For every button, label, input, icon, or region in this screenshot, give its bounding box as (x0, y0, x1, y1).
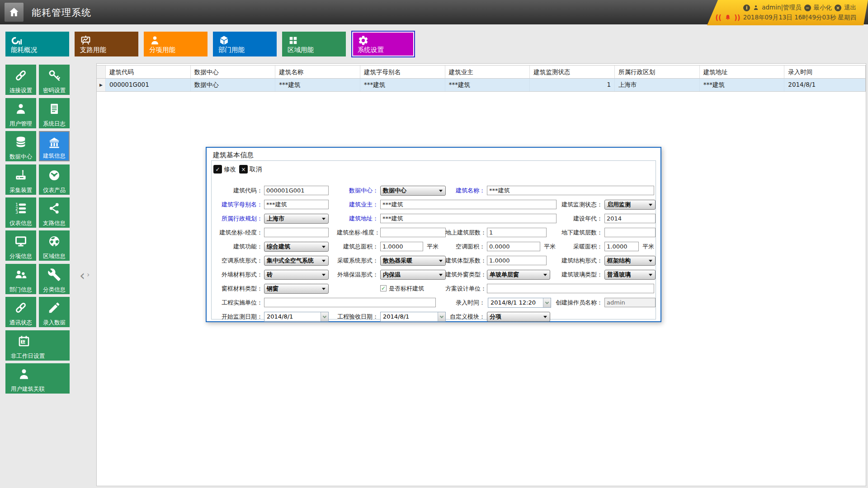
latitude-input[interactable] (380, 228, 446, 237)
entry-time-picker[interactable]: 2014/8/1 12:20 (488, 298, 551, 308)
building-basic-info-dialog: 建筑基本信息 ✓ 修改 × 取消 建筑代码： 数据中心： 数据中心 建筑名称： … (206, 147, 661, 322)
building-code-input[interactable] (264, 186, 329, 195)
region-label: 所属行政规划： (210, 214, 263, 224)
function-select[interactable]: 综合建筑 (264, 242, 329, 252)
benchmark-checkbox[interactable]: ✓ (380, 285, 387, 291)
grid-icon (288, 35, 299, 46)
sidebar-item-user-building-link[interactable]: 用户建筑关联 (5, 363, 70, 394)
sidebar-item-password-settings[interactable]: 密码设置 (39, 65, 70, 95)
total-area-input[interactable] (380, 242, 423, 251)
logout-icon[interactable]: × (835, 5, 841, 11)
dropdown-button[interactable] (543, 298, 551, 307)
modify-button-label[interactable]: 修改 (224, 165, 236, 174)
current-user[interactable]: admin|管理员 (762, 4, 801, 12)
sidebar-item-data-center[interactable]: 数据中心 (5, 131, 36, 161)
wall-material-select[interactable]: 砖 (264, 270, 329, 280)
building-alias-input[interactable] (264, 200, 329, 209)
sidebar-item-collector-device[interactable]: 采集装置 (5, 164, 36, 195)
home-icon (8, 6, 20, 18)
document-icon (47, 102, 61, 116)
sidebar-item-meter-product[interactable]: 仪表产品 (39, 164, 70, 195)
column-header[interactable]: 建筑字母别名 (360, 66, 445, 78)
sidebar-item-data-entry[interactable]: 录入数据 (39, 297, 70, 327)
longitude-input[interactable] (264, 228, 329, 237)
minimize-icon[interactable]: − (804, 5, 811, 11)
glass-type-select[interactable]: 普通玻璃 (604, 270, 656, 280)
design-unit-input[interactable] (487, 284, 654, 293)
creator-label: 创建操作员名称： (555, 298, 603, 308)
window-type-select[interactable]: 单玻单层窗 (487, 270, 550, 280)
floors-above-input[interactable] (487, 228, 547, 237)
column-header[interactable]: 建筑代码 (106, 66, 191, 78)
frame-material-select[interactable]: 钢窗 (264, 284, 329, 294)
column-header[interactable]: 数据中心 (191, 66, 276, 78)
column-header[interactable]: 所属行政区划 (615, 66, 700, 78)
sidebar-item-department-info[interactable]: 部门信息 (5, 264, 36, 294)
region-select[interactable]: 上海市 (264, 214, 329, 224)
ac-area-label: 空调面积： (445, 242, 485, 252)
nav-branch-energy[interactable]: 支路用能 (75, 32, 138, 56)
modify-button[interactable]: ✓ (213, 165, 222, 174)
table-row[interactable]: ▶ 000001G001 数据中心 ***建筑 ***建筑 ***建筑 1 上海… (97, 79, 865, 91)
logout-button[interactable]: 退出 (844, 4, 856, 12)
alarm-bell-icon[interactable] (724, 14, 731, 21)
sidebar-item-building-info[interactable]: 建筑信息 (39, 131, 70, 161)
floors-below-input[interactable] (604, 228, 656, 237)
dialog-inner-panel (211, 160, 656, 319)
sidebar-collapse-handle[interactable]: ‹ › (80, 269, 93, 283)
monitor-start-date-picker[interactable]: 2014/8/1 (264, 312, 329, 322)
cancel-button-label[interactable]: 取消 (250, 165, 262, 174)
heating-system-select[interactable]: 散热器采暖 (380, 256, 446, 266)
build-year-input[interactable] (604, 214, 656, 223)
sidebar-item-connection-settings[interactable]: 连接设置 (5, 65, 36, 95)
monitor-status-select[interactable]: 启用监测 (604, 200, 656, 210)
building-owner-input[interactable] (380, 200, 557, 209)
sidebar-item-area-info[interactable]: 区域信息 (39, 230, 70, 261)
home-button[interactable] (5, 3, 24, 22)
ac-area-unit: 平米 (544, 242, 556, 252)
sidebar-item-system-log[interactable]: 系统日志 (39, 98, 70, 128)
ac-area-input[interactable] (487, 242, 540, 251)
cancel-button[interactable]: × (239, 165, 248, 174)
nav-system-settings[interactable]: 系统设置 (351, 31, 415, 57)
sidebar-item-communication-status[interactable]: 通讯状态 (5, 297, 36, 327)
structure-select[interactable]: 框架结构 (604, 256, 656, 266)
acceptance-date-picker[interactable]: 2014/8/1 (380, 312, 446, 322)
sidebar-item-subitem-info[interactable]: 分项信息 (5, 230, 36, 261)
info-icon[interactable]: i (743, 5, 750, 11)
dropdown-button[interactable] (321, 312, 328, 321)
wall-insulation-select[interactable]: 内保温 (380, 270, 446, 280)
minimize-button[interactable]: 最小化 (814, 4, 832, 12)
sidebar-item-branch-info[interactable]: 支路信息 (39, 197, 70, 228)
heating-area-input[interactable] (604, 242, 639, 251)
globe-icon (47, 235, 61, 248)
sidebar-item-non-workday-settings[interactable]: 非工作日设置 (5, 330, 70, 361)
column-header[interactable]: 建筑名称 (275, 66, 360, 78)
implement-unit-input[interactable] (264, 298, 436, 307)
sidebar-item-user-management[interactable]: 用户管理 (5, 98, 36, 128)
column-header[interactable]: 建筑业主 (445, 66, 530, 78)
users-icon (14, 268, 28, 282)
address-input[interactable] (380, 214, 557, 223)
custom-module-select[interactable]: 分项 (487, 312, 550, 322)
shape-coefficient-input[interactable] (487, 256, 547, 265)
sidebar-item-category-info[interactable]: 分类信息 (39, 264, 70, 294)
nav-subitem-energy[interactable]: 分项用能 (144, 32, 208, 56)
nav-area-energy[interactable]: 区域用能 (282, 32, 346, 56)
implement-unit-label: 工程实施单位： (210, 298, 263, 308)
nav-department-energy[interactable]: 部门用能 (213, 32, 277, 56)
monitor-status-label: 建筑监测状态： (556, 200, 603, 210)
column-header[interactable]: 建筑地址 (700, 66, 785, 78)
datacenter-select[interactable]: 数据中心 (380, 186, 446, 196)
column-header[interactable]: 录入时间 (784, 66, 865, 78)
building-name-input[interactable] (487, 186, 654, 195)
numbered-list-icon (14, 202, 28, 215)
column-header[interactable]: 建筑监测状态 (530, 66, 615, 78)
person-icon (149, 35, 160, 46)
nav-energy-overview[interactable]: 能耗概况 (5, 32, 69, 56)
sidebar-item-meter-info[interactable]: 仪表信息 (5, 197, 36, 228)
ac-system-select[interactable]: 集中式全空气系统 (264, 256, 329, 266)
row-selector-cell[interactable]: ▶ (97, 79, 106, 91)
floors-below-label: 地下建筑层数： (556, 228, 603, 238)
dropdown-button[interactable] (438, 312, 445, 321)
